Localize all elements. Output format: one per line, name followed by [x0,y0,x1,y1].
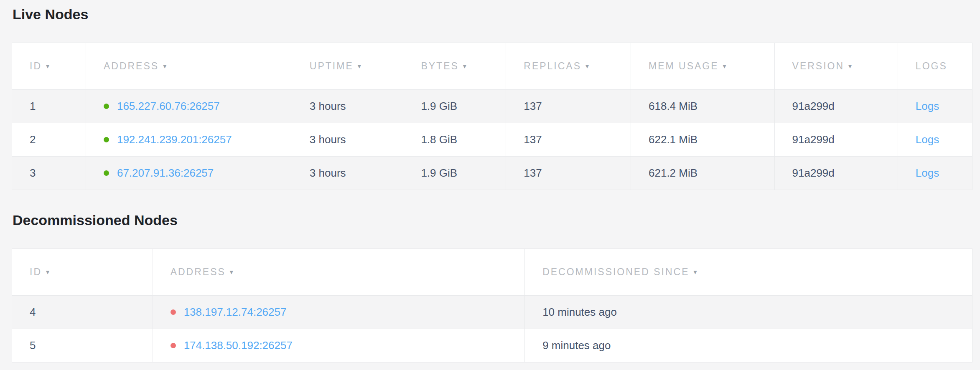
decommissioned-nodes-body: 4 138.197.12.74:26257 10 minutes ago 5 1… [12,296,972,362]
node-address-link[interactable]: 67.207.91.36:26257 [117,167,214,179]
column-header-replicas[interactable]: REPLICAS▾ [506,43,631,90]
cell-mem-usage: 621.2 MiB [631,157,775,190]
node-address-link[interactable]: 165.227.60.76:26257 [117,100,220,112]
sort-arrow-icon: ▾ [46,63,49,70]
node-address-link[interactable]: 192.241.239.201:26257 [117,133,232,146]
cell-bytes: 1.8 GiB [403,123,506,157]
cell-node-address: 138.197.12.74:26257 [153,296,524,329]
decommissioned-status-dot-icon [171,343,176,348]
column-label: MEM USAGE [649,61,719,71]
cell-logs: Logs [898,123,972,157]
decommissioned-nodes-title: Decommissioned Nodes [13,211,972,229]
sort-arrow-icon: ▾ [230,269,233,276]
cell-node-address: 67.207.91.36:26257 [86,157,292,190]
cell-version: 91a299d [774,157,898,190]
sort-arrow-icon: ▾ [585,63,589,70]
sort-arrow-icon: ▾ [358,63,361,70]
cell-version: 91a299d [774,90,898,123]
logs-link[interactable]: Logs [916,167,939,179]
cell-node-id: 2 [12,123,86,157]
column-label: BYTES [421,61,458,71]
cell-node-id: 3 [12,157,86,190]
cell-node-address: 192.241.239.201:26257 [86,123,292,157]
cell-node-id: 4 [12,296,153,329]
cell-node-id: 1 [12,90,86,123]
cell-version: 91a299d [774,123,898,157]
cell-uptime: 3 hours [292,123,403,157]
table-row: 2 192.241.239.201:26257 3 hours 1.8 GiB … [12,123,972,157]
column-label: ADDRESS [171,266,226,277]
cell-mem-usage: 622.1 MiB [631,123,775,157]
sort-arrow-icon: ▾ [848,63,852,70]
cell-uptime: 3 hours [292,157,403,190]
column-label: ID [30,266,42,277]
logs-link[interactable]: Logs [916,133,939,146]
cell-bytes: 1.9 GiB [403,90,506,123]
table-row: 4 138.197.12.74:26257 10 minutes ago [12,296,972,329]
column-header-id[interactable]: ID▾ [12,43,86,90]
cell-logs: Logs [898,157,972,190]
live-nodes-body: 1 165.227.60.76:26257 3 hours 1.9 GiB 13… [12,90,972,190]
column-label: LOGS [916,61,947,71]
node-address-link[interactable]: 138.197.12.74:26257 [184,306,287,318]
column-header-id[interactable]: ID▾ [12,249,153,296]
column-label: ID [30,61,42,71]
header-row: ID▾ ADDRESS▾ UPTIME▾ BYTES▾ REPLICAS▾ ME… [12,43,972,90]
column-label: UPTIME [310,61,354,71]
cell-bytes: 1.9 GiB [403,157,506,190]
cell-replicas: 137 [506,123,631,157]
live-nodes-table: ID▾ ADDRESS▾ UPTIME▾ BYTES▾ REPLICAS▾ ME… [12,43,972,190]
column-header-address[interactable]: ADDRESS▾ [86,43,292,90]
live-status-dot-icon [104,170,109,176]
sort-arrow-icon: ▾ [463,63,466,70]
sort-arrow-icon: ▾ [694,269,697,276]
cell-replicas: 137 [506,90,631,123]
cell-logs: Logs [898,90,972,123]
column-header-bytes[interactable]: BYTES▾ [403,43,506,90]
cell-replicas: 137 [506,157,631,190]
logs-link[interactable]: Logs [916,100,939,112]
sort-arrow-icon: ▾ [163,63,166,70]
cell-node-address: 174.138.50.192:26257 [153,329,524,362]
decommissioned-nodes-table: ID▾ ADDRESS▾ DECOMMISSIONED SINCE▾ 4 138… [12,248,972,362]
live-status-dot-icon [104,104,109,109]
column-header-version[interactable]: VERSION▾ [774,43,898,90]
column-header-decommissioned-since[interactable]: DECOMMISSIONED SINCE▾ [525,249,972,296]
sort-arrow-icon: ▾ [46,269,49,276]
node-address-link[interactable]: 174.138.50.192:26257 [184,339,293,352]
live-nodes-title: Live Nodes [13,5,972,23]
nodes-overview-page: Live Nodes ID▾ ADDRESS▾ UPTIME▾ BYTES▾ R… [0,0,980,362]
column-label: REPLICAS [524,61,581,71]
cell-decommissioned-since: 10 minutes ago [525,296,972,329]
decommissioned-nodes-header: ID▾ ADDRESS▾ DECOMMISSIONED SINCE▾ [12,249,972,296]
table-row: 5 174.138.50.192:26257 9 minutes ago [12,329,972,362]
cell-uptime: 3 hours [292,90,403,123]
column-label: ADDRESS [104,61,159,71]
column-header-mem-usage[interactable]: MEM USAGE▾ [631,43,775,90]
column-header-logs: LOGS [898,43,972,90]
column-label: VERSION [792,61,845,71]
cell-mem-usage: 618.4 MiB [631,90,775,123]
decommissioned-status-dot-icon [171,309,176,315]
live-status-dot-icon [104,137,109,142]
column-header-uptime[interactable]: UPTIME▾ [292,43,403,90]
cell-node-address: 165.227.60.76:26257 [86,90,292,123]
table-row: 3 67.207.91.36:26257 3 hours 1.9 GiB 137… [12,157,972,190]
sort-arrow-icon: ▾ [723,63,726,70]
column-label: DECOMMISSIONED SINCE [542,266,689,277]
column-header-address[interactable]: ADDRESS▾ [153,249,524,296]
cell-decommissioned-since: 9 minutes ago [525,329,972,362]
live-nodes-header: ID▾ ADDRESS▾ UPTIME▾ BYTES▾ REPLICAS▾ ME… [12,43,972,90]
table-row: 1 165.227.60.76:26257 3 hours 1.9 GiB 13… [12,90,972,123]
cell-node-id: 5 [12,329,153,362]
header-row: ID▾ ADDRESS▾ DECOMMISSIONED SINCE▾ [12,249,972,296]
